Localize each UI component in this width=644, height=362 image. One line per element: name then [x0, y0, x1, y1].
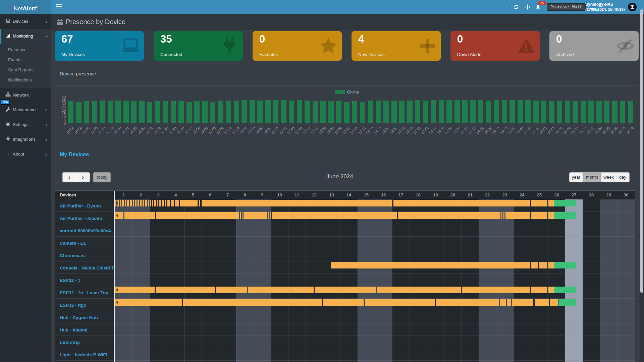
presence-event[interactable] [501, 212, 502, 219]
forward-icon[interactable]: → [501, 0, 509, 14]
presence-event[interactable] [244, 212, 267, 219]
sidebar-item-about[interactable]: About‹ [0, 147, 51, 162]
sidebar-item-maintenance[interactable]: Maintenance‹NEW [0, 103, 51, 117]
online-now-event[interactable] [554, 262, 576, 268]
card-favorites[interactable]: 0Favorites [253, 31, 342, 61]
scrollbar-thumb[interactable] [640, 9, 643, 293]
presence-event[interactable] [315, 287, 376, 293]
device-name-console-nvidia-shield-t[interactable]: Console - Nvidia Shield T [55, 261, 114, 274]
presence-event[interactable] [240, 212, 241, 219]
sidebar-toggle-button[interactable] [56, 4, 62, 10]
presence-event[interactable] [535, 299, 549, 306]
presence-event[interactable] [115, 287, 155, 293]
online-now-event[interactable] [554, 287, 576, 293]
presence-event[interactable] [152, 200, 153, 206]
presence-event[interactable] [135, 200, 137, 206]
presence-event[interactable] [165, 200, 166, 206]
presence-event[interactable] [199, 200, 200, 206]
presence-event[interactable] [138, 200, 139, 206]
presence-event[interactable] [531, 200, 547, 206]
sidebar-item-devices[interactable]: Devices‹ [0, 14, 51, 29]
presence-event[interactable] [462, 287, 530, 293]
device-name-esp32-ttgo[interactable]: ESP32 - ttgo [55, 299, 114, 311]
presence-event[interactable] [145, 200, 147, 206]
online-now-event[interactable] [558, 299, 576, 306]
presence-event[interactable] [242, 212, 243, 219]
online-now-event[interactable] [554, 200, 576, 206]
calendar-next-button[interactable]: › [76, 172, 90, 182]
user-avatar[interactable] [628, 3, 637, 11]
presence-event[interactable] [127, 200, 129, 206]
device-name-camera-e1[interactable]: Camera - E1 [55, 237, 114, 249]
device-name-air-purifier-dyson[interactable]: Air Purifier - Dyson [55, 199, 114, 212]
presence-event[interactable] [154, 200, 156, 206]
presence-event[interactable] [133, 200, 134, 206]
card-my-devices[interactable]: 67My Devices [55, 31, 144, 61]
presence-event[interactable] [548, 200, 554, 206]
device-name-hub-cygnet-hub[interactable]: Hub - Cygnet Hub [55, 311, 114, 323]
calendar-today-button[interactable]: today [93, 172, 111, 182]
card-archived[interactable]: 0Archived [549, 31, 639, 61]
sidebar-subitem-presence[interactable]: Presence [0, 45, 51, 55]
presence-event[interactable] [548, 262, 554, 268]
presence-event[interactable] [157, 200, 158, 206]
presence-event[interactable] [531, 212, 547, 219]
presence-event[interactable] [436, 299, 499, 306]
presence-event[interactable] [180, 200, 198, 206]
sidebar-subitem-sent-reports[interactable]: Sent Reports [0, 65, 51, 75]
presence-event[interactable] [268, 212, 269, 219]
back-icon[interactable]: ← [490, 0, 498, 14]
sidebar-subitem-events[interactable]: Events [0, 55, 51, 65]
presence-event[interactable] [175, 200, 179, 206]
presence-event[interactable] [115, 299, 182, 306]
presence-event[interactable] [323, 299, 364, 306]
my-devices-title[interactable]: My Devices [60, 152, 89, 158]
presence-event[interactable] [171, 200, 174, 206]
calendar-view-year-button[interactable]: year [569, 172, 583, 182]
presence-event[interactable] [124, 212, 155, 219]
presence-event[interactable] [202, 200, 392, 206]
notification-badge[interactable]: 15 [538, 1, 546, 5]
device-name-chromecast[interactable]: Chromecast [55, 249, 114, 261]
device-name-light-bedside-b-wifi[interactable]: Light - bedside B WiFi [55, 348, 114, 361]
presence-event[interactable] [159, 200, 161, 206]
presence-event[interactable] [148, 200, 149, 206]
process-status[interactable]: Process: Wait [547, 3, 586, 11]
presence-event[interactable] [500, 299, 506, 306]
presence-event[interactable] [183, 299, 322, 306]
presence-event[interactable] [365, 299, 435, 306]
calendar-view-day-button[interactable]: day [616, 172, 630, 182]
presence-event[interactable] [120, 200, 121, 206]
device-name-led-strip[interactable]: LED strip [55, 336, 114, 348]
move-icon[interactable] [525, 4, 530, 10]
presence-event[interactable] [270, 212, 271, 219]
presence-event[interactable] [125, 200, 126, 206]
presence-event[interactable] [143, 200, 144, 206]
sidebar-item-settings[interactable]: Settings‹ [0, 117, 51, 132]
presence-event[interactable] [503, 212, 504, 219]
presence-event[interactable] [167, 200, 170, 206]
card-connected[interactable]: 35Connected [154, 31, 243, 61]
app-logo[interactable]: NetAlertx [0, 0, 51, 14]
presence-event[interactable] [150, 200, 151, 206]
presence-event[interactable] [512, 299, 533, 306]
presence-event[interactable] [548, 287, 554, 293]
presence-event[interactable] [130, 200, 131, 206]
card-new-devices[interactable]: 4New Devices [352, 31, 441, 61]
online-now-event[interactable] [554, 212, 576, 219]
presence-event[interactable] [550, 299, 558, 306]
presence-event[interactable] [216, 287, 247, 293]
presence-event[interactable] [156, 212, 239, 219]
chart-legend[interactable]: Online [335, 89, 359, 94]
refresh-icon[interactable] [514, 4, 519, 10]
device-name-esp32-1[interactable]: ESP32 - 1 [55, 274, 114, 286]
presence-event[interactable] [162, 200, 163, 206]
presence-event[interactable] [331, 262, 530, 268]
presence-event[interactable] [398, 212, 501, 219]
presence-event[interactable] [531, 262, 538, 268]
presence-event[interactable] [272, 212, 397, 219]
device-name-hub-xiaomi[interactable]: Hub - Xiaomi [55, 323, 114, 336]
presence-event[interactable] [539, 262, 547, 268]
bell-icon[interactable] [535, 5, 541, 10]
device-name-esp32-1n-laser-toy[interactable]: ESP32 - 1n - Laser Toy [55, 286, 114, 299]
